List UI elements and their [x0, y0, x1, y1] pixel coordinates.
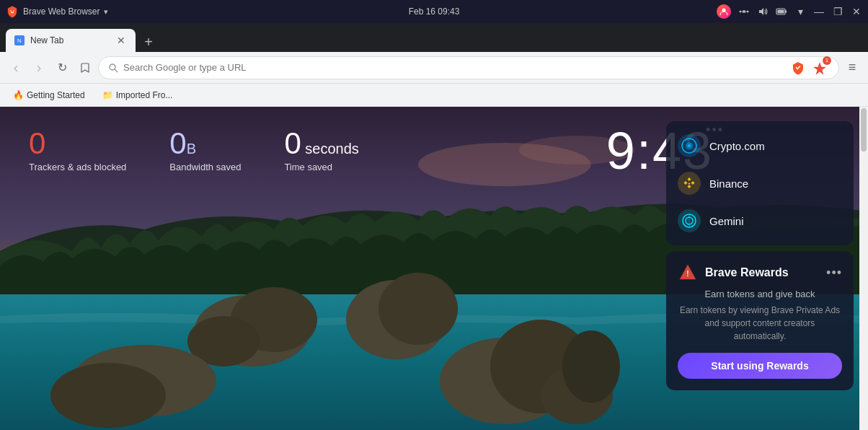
network-icon[interactable]	[738, 6, 750, 17]
crypto-widget: Crypto.com Binance	[666, 121, 854, 245]
profile-icon[interactable]	[717, 4, 731, 19]
scrollbar-thumb[interactable]	[861, 108, 867, 152]
start-rewards-button[interactable]: Start using Rewards	[678, 353, 842, 379]
bookmark-getting-started[interactable]: 🔥 Getting Started	[9, 89, 89, 102]
rewards-notification-button[interactable]: 1	[810, 58, 830, 78]
trackers-stat: 0 Trackers & ads blocked	[29, 128, 126, 172]
title-bar-controls: ▾ — ❐ ✕	[717, 4, 862, 19]
nav-bar: ‹ › ↻ 1 ≡	[0, 52, 868, 84]
svg-marker-6	[759, 8, 763, 15]
trackers-value: 0	[29, 128, 126, 159]
svg-line-13	[115, 69, 118, 72]
stats-overlay: 0 Trackers & ads blocked 0B Bandwidth sa…	[29, 128, 359, 172]
svg-point-2	[740, 11, 742, 13]
svg-text:N: N	[17, 38, 22, 44]
svg-text:!: !	[686, 270, 688, 278]
title-bar-datetime: Feb 16 09:43	[409, 6, 460, 17]
bandwidth-label: Bandwidth saved	[169, 162, 241, 172]
gemini-icon	[678, 209, 701, 232]
rewards-header: ! Brave Rewards •••	[678, 263, 842, 283]
back-button[interactable]: ‹	[6, 58, 26, 78]
rewards-subtitle: Earn tokens and give back	[678, 289, 842, 299]
svg-point-26	[562, 330, 620, 403]
rewards-title: Brave Rewards	[705, 266, 819, 279]
time-unit: seconds	[301, 141, 359, 157]
title-bar: Brave Web Browser ▾ Feb 16 09:43	[0, 0, 868, 23]
chevron-down-icon[interactable]: ▾	[794, 6, 806, 17]
time-value: 0 seconds	[284, 128, 358, 159]
active-tab[interactable]: N New Tab ✕	[6, 29, 136, 52]
browser-title: Brave Web Browser	[23, 6, 99, 17]
maximize-button[interactable]: ❐	[832, 6, 843, 17]
svg-point-12	[110, 64, 115, 70]
rewards-badge: 1	[823, 56, 831, 65]
right-panel: Crypto.com Binance	[666, 121, 854, 390]
bandwidth-value: 0B	[169, 128, 241, 159]
new-tab-button[interactable]: +	[138, 32, 159, 52]
getting-started-label: Getting Started	[27, 90, 85, 100]
refresh-button[interactable]: ↻	[52, 58, 72, 78]
svg-point-31	[688, 144, 691, 147]
gemini-label: Gemini	[709, 215, 744, 227]
bookmark-imported[interactable]: 📁 Imported Fro...	[98, 89, 177, 102]
svg-point-22	[378, 273, 458, 345]
rewards-widget: ! Brave Rewards ••• Earn tokens and give…	[666, 251, 854, 390]
binance-label: Binance	[709, 177, 748, 190]
brave-rewards-icon: !	[678, 263, 698, 283]
hamburger-menu-button[interactable]: ≡	[842, 58, 862, 78]
svg-rect-9	[778, 10, 784, 14]
getting-started-icon: 🔥	[13, 90, 24, 100]
bandwidth-unit: B	[187, 141, 196, 157]
bookmark-icon	[79, 62, 91, 74]
crypto-com-label: Crypto.com	[709, 140, 765, 152]
bandwidth-stat: 0B Bandwidth saved	[169, 128, 241, 172]
svg-rect-8	[785, 10, 787, 13]
volume-icon[interactable]	[757, 6, 769, 17]
search-icon	[107, 62, 119, 74]
svg-point-3	[747, 11, 749, 13]
binance-icon	[678, 172, 701, 195]
svg-point-28	[50, 363, 166, 428]
tab-favicon: N	[14, 35, 25, 45]
tab-close-button[interactable]: ✕	[115, 35, 127, 46]
time-number: 0	[284, 126, 301, 160]
bookmark-button[interactable]	[75, 58, 95, 78]
close-button[interactable]: ✕	[851, 6, 862, 17]
gemini-item[interactable]: Gemini	[666, 202, 854, 240]
url-input[interactable]	[123, 62, 787, 73]
main-content: 0 Trackers & ads blocked 0B Bandwidth sa…	[0, 107, 868, 430]
forward-button[interactable]: ›	[29, 58, 49, 78]
time-stat: 0 seconds Time saved	[284, 128, 358, 172]
time-label: Time saved	[284, 162, 358, 172]
minimize-button[interactable]: —	[813, 6, 825, 17]
crypto-com-icon	[678, 134, 701, 157]
rewards-description: Earn tokens by viewing Brave Private Ads…	[678, 304, 842, 343]
title-dropdown-icon[interactable]: ▾	[104, 7, 108, 17]
tab-title: New Tab	[30, 35, 110, 45]
address-bar[interactable]: 1	[98, 56, 839, 79]
battery-icon[interactable]	[776, 6, 787, 17]
imported-folder-icon: 📁	[102, 90, 113, 100]
tab-bar: N New Tab ✕ +	[0, 23, 868, 52]
title-bar-left: Brave Web Browser ▾	[6, 5, 717, 18]
scrollbar[interactable]	[859, 107, 868, 430]
rewards-more-button[interactable]: •••	[826, 266, 842, 281]
bookmarks-bar: 🔥 Getting Started 📁 Imported Fro...	[0, 84, 868, 107]
binance-item[interactable]: Binance	[666, 164, 854, 202]
brave-logo-icon	[6, 5, 19, 18]
trackers-label: Trackers & ads blocked	[29, 162, 126, 172]
svg-point-1	[743, 10, 745, 13]
brave-shield-icon[interactable]	[791, 61, 805, 75]
bandwidth-number: 0	[169, 126, 186, 160]
crypto-com-item[interactable]: Crypto.com	[666, 127, 854, 164]
imported-label: Imported Fro...	[116, 90, 173, 100]
